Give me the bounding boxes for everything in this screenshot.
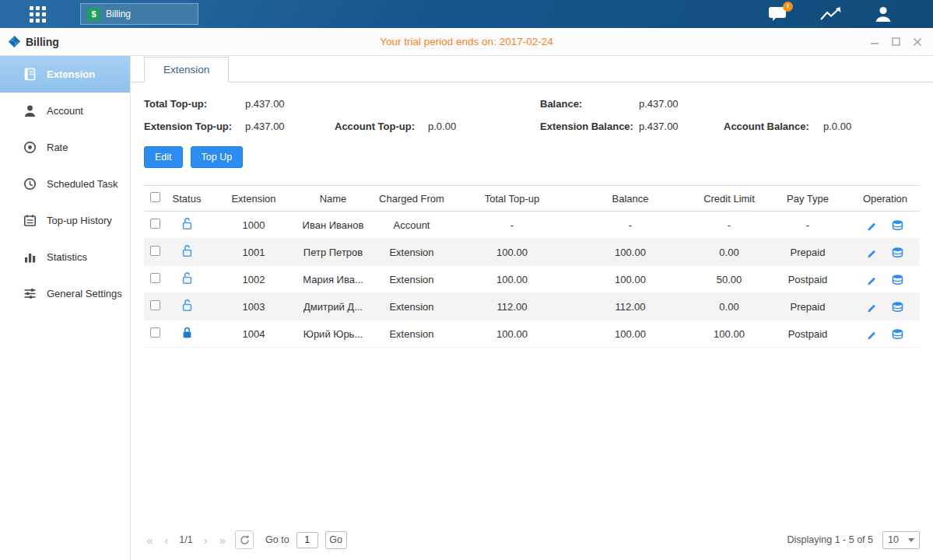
cell-credit-limit: 50.00 bbox=[693, 266, 765, 293]
cell-total-topup: 100.00 bbox=[457, 320, 567, 348]
next-page-button[interactable]: › bbox=[202, 534, 210, 547]
balance-label: Balance: bbox=[540, 98, 639, 110]
cell-name: Юрий Юрь... bbox=[300, 320, 367, 348]
user-account-icon[interactable] bbox=[874, 5, 893, 23]
cell-charged-from: Extension bbox=[367, 293, 457, 320]
maximize-icon[interactable] bbox=[892, 37, 900, 46]
topbar: $ Billing ! bbox=[0, 0, 933, 28]
first-page-button[interactable]: « bbox=[144, 534, 155, 547]
goto-page-input[interactable] bbox=[296, 532, 318, 548]
app-grid-icon[interactable] bbox=[30, 6, 46, 23]
account-balance-value: p.0.00 bbox=[823, 121, 920, 132]
last-page-button[interactable]: » bbox=[217, 534, 228, 547]
sidebar-item-label: Rate bbox=[47, 142, 68, 153]
row-checkbox[interactable] bbox=[150, 219, 160, 229]
sidebar: Extension Account Rate Scheduled Task To… bbox=[0, 56, 131, 560]
edit-pencil-icon[interactable] bbox=[866, 275, 877, 285]
sidebar-item-general-settings[interactable]: General Settings bbox=[0, 275, 130, 312]
edit-pencil-icon[interactable] bbox=[866, 220, 877, 231]
notifications-icon[interactable]: ! bbox=[768, 6, 787, 23]
col-status: Status bbox=[166, 186, 208, 212]
refresh-button[interactable] bbox=[235, 530, 254, 549]
row-checkbox[interactable] bbox=[150, 300, 160, 310]
sidebar-item-scheduled-task[interactable]: Scheduled Task bbox=[0, 166, 130, 202]
edit-button[interactable]: Edit bbox=[144, 146, 183, 168]
top-up-coins-icon[interactable] bbox=[891, 301, 904, 313]
balance-value: p.437.00 bbox=[639, 98, 724, 110]
goto-label: Go to bbox=[265, 534, 289, 545]
cell-credit-limit: - bbox=[693, 212, 765, 239]
cell-credit-limit: 0.00 bbox=[693, 239, 765, 266]
table-row[interactable]: 1000 Иван Иванов Account - - - - bbox=[144, 212, 920, 239]
summary-panel: Total Top-up: p.437.00 Balance: p.437.00… bbox=[144, 98, 920, 132]
titlebar: Billing Your trial period ends on: 2017-… bbox=[0, 28, 933, 56]
account-balance-label: Account Balance: bbox=[724, 121, 823, 132]
status-lock-icon[interactable] bbox=[181, 245, 193, 257]
cell-pay-type: Postpaid bbox=[765, 266, 851, 293]
table-header-row: Status Extension Name Charged From Total… bbox=[144, 186, 920, 212]
cell-total-topup: 100.00 bbox=[457, 266, 567, 293]
edit-pencil-icon[interactable] bbox=[866, 329, 877, 340]
col-total-topup: Total Top-up bbox=[457, 186, 567, 212]
top-up-coins-icon[interactable] bbox=[891, 247, 904, 258]
table-row[interactable]: 1002 Мария Ива... Extension 100.00 100.0… bbox=[144, 266, 920, 293]
cell-extension: 1003 bbox=[208, 293, 300, 320]
page-size-select[interactable]: 10 bbox=[882, 531, 920, 549]
extension-balance-value: p.437.00 bbox=[639, 121, 724, 132]
row-checkbox[interactable] bbox=[150, 327, 160, 338]
row-checkbox[interactable] bbox=[150, 273, 160, 283]
edit-pencil-icon[interactable] bbox=[866, 302, 877, 313]
cell-charged-from: Extension bbox=[367, 320, 457, 348]
sidebar-item-extension[interactable]: Extension bbox=[0, 56, 130, 93]
status-lock-icon[interactable] bbox=[181, 272, 193, 285]
col-extension: Extension bbox=[208, 186, 300, 212]
monitor-chart-icon[interactable] bbox=[820, 6, 841, 22]
cell-total-topup: 112.00 bbox=[457, 293, 567, 320]
table-row[interactable]: 1004 Юрий Юрь... Extension 100.00 100.00… bbox=[144, 320, 920, 348]
prev-page-button[interactable]: ‹ bbox=[162, 534, 170, 547]
go-button[interactable]: Go bbox=[325, 531, 347, 549]
cell-extension: 1004 bbox=[208, 320, 300, 348]
minimize-icon[interactable] bbox=[870, 37, 879, 47]
table-row[interactable]: 1003 Дмитрий Д... Extension 112.00 112.0… bbox=[144, 293, 920, 320]
action-buttons: Edit Top Up bbox=[144, 146, 920, 168]
select-all-checkbox[interactable] bbox=[150, 192, 160, 202]
top-up-coins-icon[interactable] bbox=[891, 274, 904, 285]
table-row[interactable]: 1001 Петр Петров Extension 100.00 100.00… bbox=[144, 239, 920, 266]
sliders-icon bbox=[23, 287, 37, 300]
person-icon bbox=[23, 104, 37, 117]
close-icon[interactable] bbox=[913, 37, 922, 47]
sidebar-item-rate[interactable]: Rate bbox=[0, 129, 130, 166]
cell-total-topup: 100.00 bbox=[457, 239, 567, 266]
cell-credit-limit: 100.00 bbox=[693, 320, 765, 348]
window-title: Billing bbox=[26, 36, 59, 48]
sidebar-item-statistics[interactable]: Statistics bbox=[0, 239, 130, 275]
displaying-info: Displaying 1 - 5 of 5 bbox=[787, 534, 873, 545]
row-checkbox[interactable] bbox=[150, 246, 160, 256]
sidebar-item-label: Top-up History bbox=[47, 215, 112, 226]
billing-logo-icon bbox=[8, 35, 21, 48]
status-lock-icon[interactable] bbox=[181, 299, 193, 312]
rate-coin-icon bbox=[23, 141, 37, 154]
cell-pay-type: Prepaid bbox=[765, 293, 851, 320]
billing-app-tab[interactable]: $ Billing bbox=[80, 3, 198, 25]
extension-ledger-icon bbox=[23, 68, 37, 81]
tab-extension[interactable]: Extension bbox=[144, 57, 229, 82]
cell-balance: 112.00 bbox=[567, 293, 693, 320]
sidebar-item-topup-history[interactable]: Top-up History bbox=[0, 202, 130, 239]
cell-balance: 100.00 bbox=[567, 266, 693, 293]
clock-icon bbox=[23, 177, 37, 191]
sidebar-item-account[interactable]: Account bbox=[0, 93, 130, 129]
col-pay-type: Pay Type bbox=[765, 186, 851, 212]
edit-pencil-icon[interactable] bbox=[866, 247, 877, 258]
sidebar-item-label: Extension bbox=[47, 68, 95, 80]
status-lock-icon[interactable] bbox=[181, 327, 193, 339]
cell-charged-from: Extension bbox=[367, 239, 457, 266]
top-up-coins-icon[interactable] bbox=[891, 219, 904, 231]
extension-topup-label: Extension Top-up: bbox=[144, 121, 245, 132]
top-up-coins-icon[interactable] bbox=[891, 328, 904, 340]
top-up-button[interactable]: Top Up bbox=[191, 146, 244, 168]
status-lock-icon[interactable] bbox=[181, 218, 193, 230]
cell-charged-from: Account bbox=[367, 212, 457, 239]
total-topup-label: Total Top-up: bbox=[144, 98, 245, 110]
